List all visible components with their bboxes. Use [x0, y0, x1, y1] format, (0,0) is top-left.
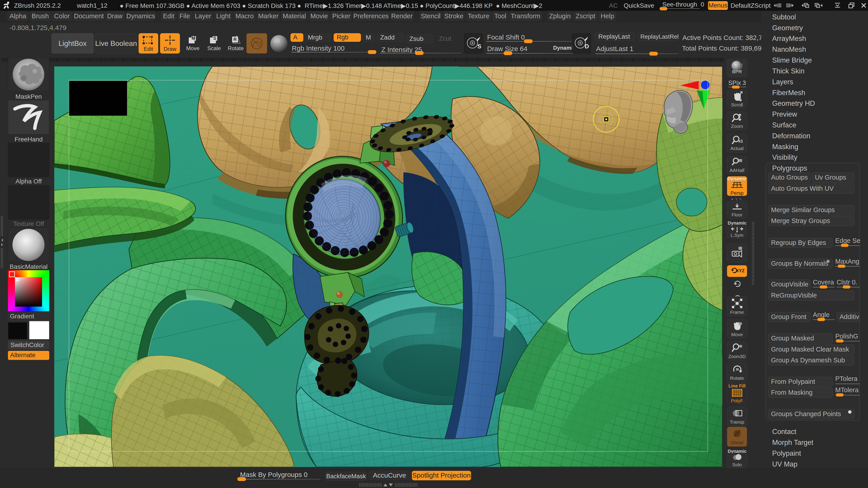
svg-text:S: S	[477, 43, 481, 50]
svg-text:R: R	[234, 37, 237, 42]
svg-text:Y: Y	[738, 283, 741, 288]
svg-text:XYZ: XYZ	[736, 268, 745, 273]
svg-text:S: S	[213, 36, 216, 41]
svg-text:M: M	[192, 36, 195, 41]
svg-text:D: D	[585, 43, 589, 50]
svg-text:x1: x1	[739, 139, 743, 143]
